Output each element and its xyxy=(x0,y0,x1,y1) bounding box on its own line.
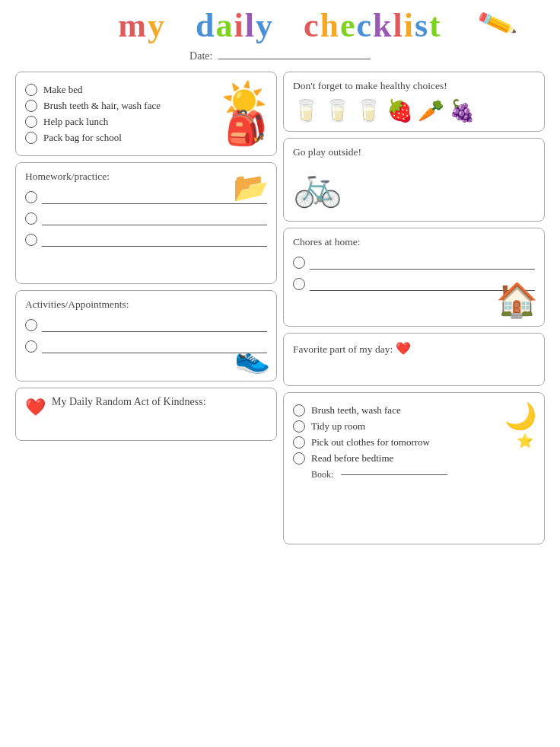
book-label: Book: xyxy=(311,469,333,480)
homework-title: Homework/practice: xyxy=(25,171,267,183)
healthy-title: Don't forget to make healthy choices! xyxy=(293,80,535,92)
hw-checkbox-2[interactable] xyxy=(25,212,37,225)
checkbox-3[interactable] xyxy=(25,116,37,128)
grapes-icon: 🍇 xyxy=(449,98,476,123)
bed-checkbox-4[interactable] xyxy=(293,452,305,464)
bedtime-box: 🌙 ⭐ Brush teeth, wash face Tidy up room … xyxy=(283,392,545,544)
kindness-title: My Daily Random Act of Kindness: xyxy=(52,396,206,408)
chores-title: Chores at home: xyxy=(293,236,535,248)
hw-checkbox-1[interactable] xyxy=(25,191,37,203)
main-title: my daily checklist xyxy=(15,8,545,44)
act-checkbox-2[interactable] xyxy=(25,340,37,353)
outside-box: Go play outside! 🚲 xyxy=(283,138,545,222)
homework-box: 📂 Homework/practice: xyxy=(15,162,277,284)
food-row: 🥛 🥛 🥛 🍓 🥕 🍇 xyxy=(293,98,535,123)
water-glass-3: 🥛 xyxy=(355,98,382,123)
bed-checkbox-2[interactable] xyxy=(293,420,305,433)
kindness-heart-icon: ❤️ xyxy=(25,397,46,417)
checkbox-4[interactable] xyxy=(25,132,37,144)
title-area: my daily checklist ✏️ xyxy=(15,8,545,44)
bedtime-item-2: Tidy up room xyxy=(293,420,535,433)
outside-title: Go play outside! xyxy=(293,146,535,158)
bed-checkbox-3[interactable] xyxy=(293,436,305,449)
shoe-icon: 👟 xyxy=(234,341,270,375)
bedtime-item-4: Read before bedtime xyxy=(293,452,535,464)
activities-title: Activities/Appointments: xyxy=(25,298,267,311)
backpack-icon: 🎒 xyxy=(225,108,267,148)
water-glass-1: 🥛 xyxy=(293,98,320,123)
house-icon: 🏠 xyxy=(496,280,538,320)
date-line: Date: xyxy=(15,50,545,62)
act-checkbox-1[interactable] xyxy=(25,319,37,331)
book-line: Book: xyxy=(311,469,535,480)
hw-checkbox-3[interactable] xyxy=(25,234,37,246)
favorite-heart-icon: ❤️ xyxy=(396,342,411,355)
water-glass-2: 🥛 xyxy=(324,98,351,123)
strawberry-icon: 🍓 xyxy=(387,98,413,123)
book-underline xyxy=(341,474,447,475)
chore-checkbox-2[interactable] xyxy=(293,278,305,290)
favorite-box: Favorite part of my day: ❤️ xyxy=(283,333,545,386)
kindness-box: ❤️ My Daily Random Act of Kindness: xyxy=(15,388,277,441)
star-icon: ⭐ xyxy=(517,433,533,449)
checkbox-2[interactable] xyxy=(25,100,37,112)
checkbox-1[interactable] xyxy=(25,84,37,96)
moon-icon: 🌙 xyxy=(504,401,536,431)
bedtime-item-1: Brush teeth, wash face xyxy=(293,404,535,417)
carrot-icon: 🥕 xyxy=(418,98,444,123)
healthy-box: Don't forget to make healthy choices! 🥛 … xyxy=(283,72,545,132)
chore-checkbox-1[interactable] xyxy=(293,257,305,269)
bedtime-item-3: Pick out clothes for tomorrow xyxy=(293,436,535,449)
bed-checkbox-1[interactable] xyxy=(293,404,305,417)
binder-icon: 📂 xyxy=(233,171,269,204)
bike-icon: 🚲 xyxy=(293,163,535,209)
chores-box: Chores at home: 🏠 xyxy=(283,228,545,327)
activities-box: Activities/Appointments: 👟 xyxy=(15,290,277,381)
morning-box: ☀️ Make bed Brush teeth & hair, wash fac… xyxy=(15,72,277,156)
date-underline xyxy=(218,59,371,59)
favorite-title: Favorite part of my day: ❤️ xyxy=(293,341,535,356)
